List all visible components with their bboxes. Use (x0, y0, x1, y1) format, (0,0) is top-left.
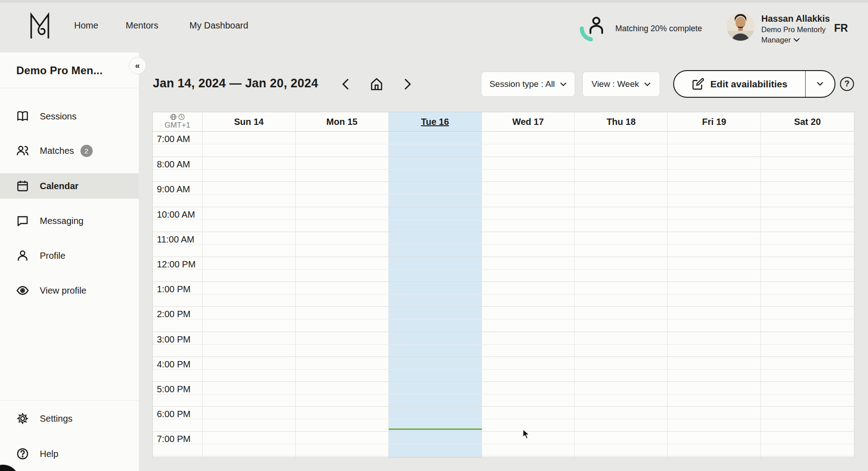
calendar-cell[interactable] (668, 432, 761, 456)
calendar-cell[interactable] (482, 457, 575, 458)
calendar-cell[interactable] (296, 382, 389, 406)
sidebar-item-sessions[interactable]: Sessions (0, 104, 139, 129)
calendar-cell[interactable] (296, 257, 389, 281)
sidebar-item-matches[interactable]: Matches 2 (0, 138, 139, 163)
calendar-cell[interactable] (761, 407, 854, 431)
calendar-cell[interactable] (389, 232, 482, 257)
calendar-cell[interactable] (203, 232, 296, 257)
calendar-cell[interactable] (575, 332, 668, 357)
calendar-cell[interactable] (575, 132, 668, 157)
calendar-cell[interactable] (761, 457, 854, 458)
calendar-cell[interactable] (296, 157, 389, 181)
calendar-cell[interactable] (389, 207, 482, 232)
calendar-cell[interactable] (668, 232, 761, 257)
calendar-cell[interactable] (203, 457, 296, 458)
calendar-cell[interactable] (389, 182, 482, 206)
calendar-cell[interactable] (482, 207, 575, 232)
calendar-cell[interactable] (761, 182, 854, 206)
calendar-cell[interactable] (203, 332, 296, 357)
calendar-cell[interactable] (296, 132, 389, 157)
user-role-dropdown[interactable]: Manager (761, 35, 834, 45)
calendar-cell[interactable] (296, 232, 389, 257)
calendar-cell[interactable] (203, 132, 296, 157)
calendar-cell[interactable] (482, 157, 575, 181)
calendar-cell[interactable] (575, 382, 668, 406)
calendar-cell[interactable] (761, 257, 854, 281)
calendar-cell[interactable] (203, 257, 296, 281)
calendar-cell[interactable] (761, 132, 854, 157)
calendar-cell[interactable] (296, 457, 389, 458)
calendar-cell[interactable] (761, 157, 854, 181)
calendar-cell[interactable] (761, 282, 854, 306)
edit-availabilities-more-button[interactable] (806, 71, 835, 97)
calendar-cell[interactable] (389, 357, 482, 381)
day-header[interactable]: Sun 14 (203, 112, 296, 131)
calendar-cell[interactable] (389, 432, 482, 456)
calendar-cell[interactable] (296, 407, 389, 431)
next-week-button[interactable] (401, 78, 414, 90)
nav-mentors[interactable]: Mentors (126, 20, 158, 31)
calendar-cell[interactable] (761, 207, 854, 232)
avatar[interactable] (726, 13, 755, 41)
calendar-cell[interactable] (668, 407, 761, 431)
calendar-cell[interactable] (761, 332, 854, 357)
calendar-cell[interactable] (575, 307, 668, 331)
calendar-cell[interactable] (203, 157, 296, 181)
day-header[interactable]: Mon 15 (296, 112, 389, 131)
calendar-cell[interactable] (761, 382, 854, 406)
today-home-button[interactable] (369, 77, 384, 91)
matching-progress[interactable]: Matching 20% complete (579, 15, 702, 42)
calendar-cell[interactable] (761, 432, 854, 456)
calendar-cell[interactable] (575, 207, 668, 232)
calendar-cell[interactable] (482, 332, 575, 357)
calendar-cell[interactable] (203, 207, 296, 232)
calendar-cell[interactable] (203, 407, 296, 431)
calendar-cell[interactable] (482, 407, 575, 431)
calendar-cell[interactable] (482, 257, 575, 281)
calendar-cell[interactable] (482, 357, 575, 381)
calendar-cell[interactable] (575, 457, 668, 458)
calendar-cell[interactable] (575, 257, 668, 281)
calendar-cell[interactable] (482, 432, 575, 456)
calendar-cell[interactable] (203, 182, 296, 206)
calendar-cell[interactable] (668, 357, 761, 381)
calendar-cell[interactable] (575, 157, 668, 181)
sidebar-item-profile[interactable]: Profile (0, 243, 139, 268)
calendar-cell[interactable] (389, 332, 482, 357)
day-header[interactable]: Thu 18 (575, 112, 668, 131)
calendar-cell[interactable] (203, 382, 296, 406)
sidebar-item-view-profile[interactable]: View profile (0, 278, 139, 303)
calendar-cell[interactable] (668, 157, 761, 181)
calendar-cell[interactable] (761, 357, 854, 381)
nav-home[interactable]: Home (74, 20, 98, 31)
help-button[interactable]: ? (840, 77, 854, 91)
nav-my-dashboard[interactable]: My Dashboard (189, 20, 248, 31)
calendar-cell[interactable] (389, 457, 482, 458)
calendar-cell[interactable] (668, 307, 761, 331)
calendar-cell[interactable] (668, 207, 761, 232)
calendar-cell[interactable] (668, 257, 761, 281)
calendar-cell[interactable] (575, 232, 668, 257)
calendar-cell[interactable] (389, 282, 482, 306)
day-header[interactable]: Tue 16 (389, 112, 482, 131)
calendar-cell[interactable] (389, 132, 482, 157)
calendar-cell[interactable] (389, 157, 482, 181)
sidebar-item-messaging[interactable]: Messaging (0, 208, 139, 233)
calendar-cell[interactable] (668, 457, 761, 458)
calendar-cell[interactable] (296, 207, 389, 232)
calendar-cell[interactable] (482, 282, 575, 306)
calendar-cell[interactable] (668, 332, 761, 357)
user-menu[interactable]: Hassan Allakkis Demo Pro Mentorly Manage… (761, 13, 834, 45)
sidebar-item-help[interactable]: Help (0, 441, 139, 466)
sidebar-collapse-button[interactable]: « (129, 57, 146, 74)
calendar-cell[interactable] (575, 407, 668, 431)
calendar-cell[interactable] (203, 357, 296, 381)
session-type-filter[interactable]: Session type : All (481, 71, 575, 97)
locale-switcher[interactable]: FR (834, 22, 848, 34)
calendar-cell[interactable] (296, 282, 389, 306)
calendar-cell[interactable] (668, 132, 761, 157)
calendar-cell[interactable] (482, 382, 575, 406)
calendar-cell[interactable] (389, 407, 482, 431)
view-filter[interactable]: View : Week (582, 71, 660, 97)
calendar-cell[interactable] (389, 382, 482, 406)
